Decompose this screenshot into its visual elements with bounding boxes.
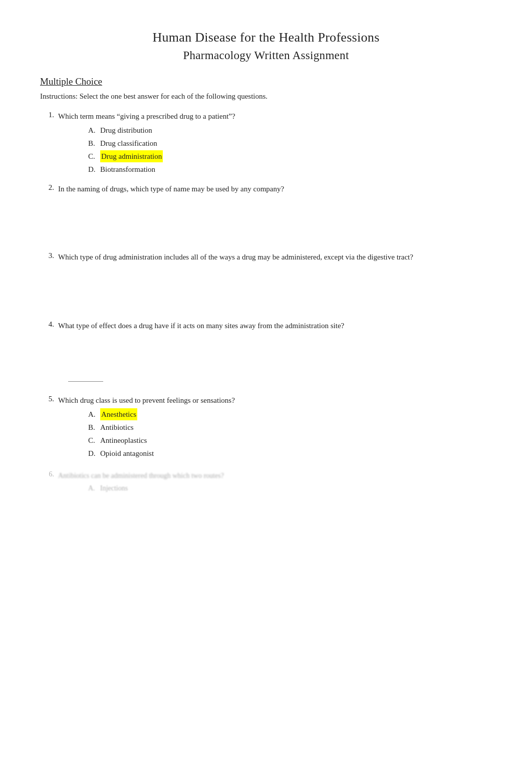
answer-5d: D. Opioid antagonist	[88, 447, 492, 459]
answer-letter-1a: A.	[88, 124, 97, 136]
answers-list-1: A. Drug distribution B. Drug classificat…	[88, 124, 492, 175]
question-number-1: 1.	[40, 111, 54, 119]
answer-5b: B. Antibiotics	[88, 421, 492, 433]
question-content-1: Which term means “giving a prescribed dr…	[58, 111, 492, 176]
instructions-text: Instructions: Select the one best answer…	[40, 92, 492, 101]
answer-text-1b: Drug classification	[100, 137, 157, 149]
question-content-4: What type of effect does a drug have if …	[58, 320, 492, 395]
question-text-5: Which drug class is used to prevent feel…	[58, 395, 492, 406]
answers-list-6: A. Injections	[88, 483, 492, 494]
answer-1a: A. Drug distribution	[88, 124, 492, 136]
question-text-4: What type of effect does a drug have if …	[58, 320, 492, 332]
answer-5a: A. Anesthetics	[88, 408, 492, 420]
question-spacer-3	[58, 265, 492, 320]
answer-text-6a: Injections	[100, 483, 128, 494]
answer-letter-5b: B.	[88, 421, 97, 433]
page-subtitle: Pharmacology Written Assignment	[40, 49, 492, 62]
question-item-2: 2. In the naming of drugs, which type of…	[40, 183, 492, 252]
question-item-4: 4. What type of effect does a drug have …	[40, 320, 492, 395]
answer-letter-1c: C.	[88, 150, 97, 162]
question-item-3: 3. Which type of drug administration inc…	[40, 251, 492, 320]
answer-5c: C. Antineoplastics	[88, 434, 492, 446]
question-text-3: Which type of drug administration includ…	[58, 251, 492, 263]
question-number-5: 5.	[40, 395, 54, 403]
answer-text-1a: Drug distribution	[100, 124, 152, 136]
answer-1b: B. Drug classification	[88, 137, 492, 149]
answers-list-5: A. Anesthetics B. Antibiotics C. Antineo…	[88, 408, 492, 459]
question-text-2: In the naming of drugs, which type of na…	[58, 183, 492, 195]
answer-6a: A. Injections	[88, 483, 492, 494]
section-heading: Multiple Choice	[40, 76, 492, 87]
answer-1d: D. Biotransformation	[88, 163, 492, 175]
answer-1c: C. Drug administration	[88, 150, 492, 162]
answer-text-1c: Drug administration	[100, 150, 163, 162]
question-spacer-4	[58, 333, 492, 378]
answer-text-5a: Anesthetics	[100, 408, 137, 420]
answer-letter-5a: A.	[88, 408, 97, 420]
answer-text-5d: Opioid antagonist	[100, 447, 154, 459]
question-item-6: 6. Antibiotics can be administered throu…	[40, 470, 492, 495]
question-text-1: Which term means “giving a prescribed dr…	[58, 111, 492, 122]
question-content-6: Antibiotics can be administered through …	[58, 470, 492, 495]
answer-line-4	[68, 381, 103, 382]
answer-letter-5c: C.	[88, 434, 97, 446]
question-number-2: 2.	[40, 183, 54, 192]
question-spacer-2	[58, 196, 492, 251]
answer-text-1d: Biotransformation	[100, 163, 155, 175]
question-content-2: In the naming of drugs, which type of na…	[58, 183, 492, 252]
answer-letter-1b: B.	[88, 137, 97, 149]
answer-letter-6a: A.	[88, 483, 97, 494]
question-item-5: 5. Which drug class is used to prevent f…	[40, 395, 492, 460]
question-number-6: 6.	[40, 470, 54, 478]
question-content-5: Which drug class is used to prevent feel…	[58, 395, 492, 460]
page-title: Human Disease for the Health Professions	[40, 30, 492, 45]
answer-letter-5d: D.	[88, 447, 97, 459]
question-number-3: 3.	[40, 251, 54, 260]
question-item-1: 1. Which term means “giving a prescribed…	[40, 111, 492, 176]
answer-text-5b: Antibiotics	[100, 421, 134, 433]
questions-list: 1. Which term means “giving a prescribed…	[40, 111, 492, 495]
question-content-3: Which type of drug administration includ…	[58, 251, 492, 320]
question-text-6: Antibiotics can be administered through …	[58, 470, 492, 481]
question-number-4: 4.	[40, 320, 54, 329]
answer-letter-1d: D.	[88, 163, 97, 175]
answer-text-5c: Antineoplastics	[100, 434, 147, 446]
